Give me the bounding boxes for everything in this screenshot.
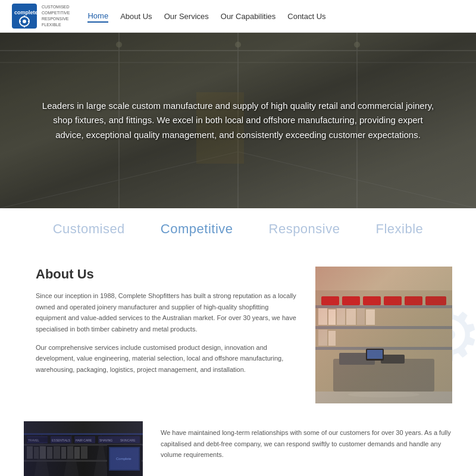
nav-contact[interactable]: Contact Us	[287, 11, 325, 22]
svg-text:complete: complete	[14, 10, 37, 15]
about-image	[315, 267, 452, 403]
svg-point-15	[116, 42, 122, 48]
keyword-responsive: Responsive	[269, 221, 340, 237]
keyword-flexible: Flexible	[375, 221, 423, 237]
hero-text-block: Leaders in large scale custom manufactur…	[42, 98, 434, 142]
store-overlay-1	[315, 267, 452, 403]
about-paragraph-1: Since our inception in 1988, Complete Sh…	[36, 290, 298, 335]
keyword-customised: Customised	[53, 221, 125, 237]
nav-about[interactable]: About Us	[120, 11, 152, 22]
about-section: ⚙ About Us Since our inception in 1988, …	[0, 249, 476, 421]
site-header: complete CUSTOMISED COMPETITIVE RESPONSI…	[0, 0, 476, 33]
bottom-image: TRAVEL ESSENTIALS HAIR CARE SHAVING SKIN…	[24, 421, 143, 476]
hero-description: Leaders in large scale custom manufactur…	[42, 98, 434, 142]
store-overlay-2	[24, 421, 143, 476]
bottom-text: We have maintained long-term relationshi…	[161, 421, 452, 461]
keywords-row: Customised Competitive Responsive Flexib…	[0, 208, 476, 249]
svg-point-17	[354, 42, 360, 48]
logo-icon: complete	[12, 4, 37, 29]
hero-section: Leaders in large scale custom manufactur…	[0, 33, 476, 208]
about-paragraph-2: Our comprehensive services include custo…	[36, 342, 298, 375]
logo-text: CUSTOMISED COMPETITIVE RESPONSIVE FLEXIB…	[42, 4, 70, 27]
svg-point-16	[235, 42, 241, 48]
svg-point-3	[23, 20, 26, 23]
about-text: About Us Since our inception in 1988, Co…	[36, 267, 298, 383]
bottom-section: TRAVEL ESSENTIALS HAIR CARE SHAVING SKIN…	[0, 421, 476, 476]
bottom-paragraph: We have maintained long-term relationshi…	[161, 427, 452, 461]
nav-capabilities[interactable]: Our Capabilities	[221, 11, 276, 22]
keyword-competitive: Competitive	[161, 221, 233, 237]
main-nav: Home About Us Our Services Our Capabilit…	[87, 10, 325, 23]
logo-area[interactable]: complete CUSTOMISED COMPETITIVE RESPONSI…	[12, 4, 70, 29]
about-heading: About Us	[36, 267, 298, 282]
nav-home[interactable]: Home	[87, 10, 108, 23]
nav-services[interactable]: Our Services	[164, 11, 209, 22]
